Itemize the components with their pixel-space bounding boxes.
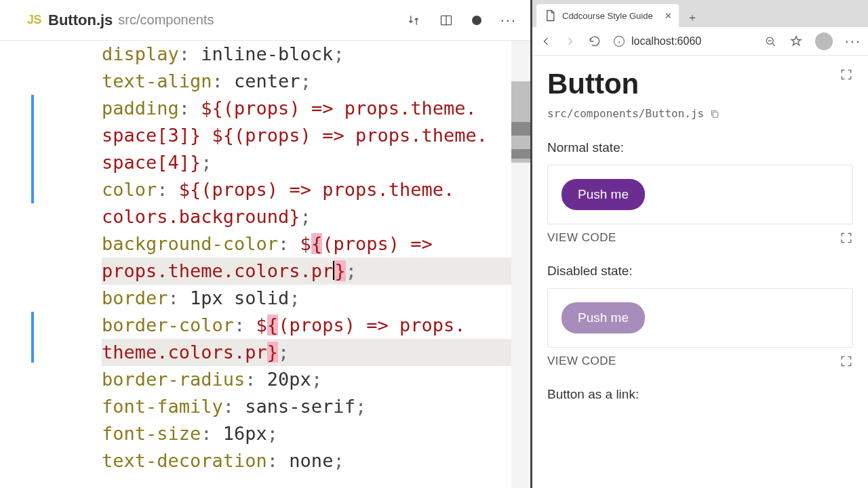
page-content: Button src/components/Button.js Normal s… (532, 56, 868, 488)
view-code-row: VIEW CODE (547, 231, 853, 245)
address-bar[interactable]: localhost:6060 (612, 35, 701, 48)
tab-title: Cddcourse Style Guide (562, 11, 653, 21)
site-info-icon[interactable] (612, 35, 626, 48)
unsaved-indicator-icon (472, 16, 481, 25)
open-file-path: src/components (118, 12, 214, 28)
url-text: localhost:6060 (631, 35, 701, 47)
editor-titlebar: JS Button.js src/components ··· (0, 0, 530, 41)
compare-changes-icon[interactable] (407, 14, 420, 27)
section-label: Button as a link: (547, 387, 853, 402)
minimap-thumb[interactable] (511, 122, 530, 136)
code-line[interactable]: border-radius: 20px; (102, 366, 517, 393)
code-line[interactable]: text-decoration: none; (102, 447, 517, 474)
code-line[interactable]: space[4]}; (102, 149, 517, 176)
code-line[interactable]: text-align: center; (102, 68, 517, 95)
example-box: Push me (547, 288, 853, 348)
code-line[interactable]: space[3]} ${(props) => props.theme. (102, 122, 517, 149)
more-actions-icon[interactable]: ··· (500, 12, 517, 29)
code-line[interactable]: border-color: ${(props) => props. (102, 312, 517, 339)
browser-menu-icon[interactable]: ··· (845, 33, 861, 50)
zoom-icon[interactable] (764, 35, 777, 48)
code-line[interactable]: font-family: sans-serif; (102, 393, 517, 420)
editor-body[interactable]: display: inline-block;text-align: center… (0, 41, 530, 488)
view-code-button[interactable]: VIEW CODE (547, 231, 616, 245)
section-label: Disabled state: (547, 264, 853, 279)
profile-avatar-icon[interactable] (815, 33, 833, 50)
split-editor-icon[interactable] (439, 14, 453, 27)
svg-rect-8 (713, 112, 718, 117)
example-button-primary[interactable]: Push me (561, 179, 645, 210)
new-tab-button[interactable]: ＋ (683, 8, 702, 27)
minimap[interactable] (511, 41, 530, 488)
fullscreen-icon[interactable] (840, 68, 853, 81)
page-title: Button (547, 68, 853, 100)
code-line[interactable]: border: 1px solid; (102, 285, 517, 312)
component-path: src/components/Button.js (547, 107, 853, 120)
code-line[interactable]: colors.background}; (102, 203, 517, 230)
browser-tabstrip: Cddcourse Style Guide ✕ ＋ (532, 0, 868, 27)
code-area[interactable]: display: inline-block;text-align: center… (61, 41, 530, 488)
example-button-disabled[interactable]: Push me (561, 302, 645, 333)
view-code-button[interactable]: VIEW CODE (547, 354, 616, 368)
svg-line-6 (772, 43, 774, 45)
example-box: Push me (547, 165, 853, 224)
section-label: Normal state: (547, 140, 853, 155)
browser-toolbar: localhost:6060 ··· (532, 27, 868, 56)
change-bar (31, 312, 34, 363)
code-line[interactable]: font-size: 16px; (102, 420, 517, 447)
code-editor-pane: JS Button.js src/components ··· display:… (0, 0, 532, 488)
open-file-name[interactable]: Button.js (48, 12, 113, 29)
back-icon[interactable] (539, 35, 553, 48)
forward-icon[interactable] (564, 35, 577, 48)
change-bar (31, 95, 34, 203)
code-line[interactable]: display: inline-block; (102, 41, 517, 68)
code-line[interactable]: background-color: ${(props) => (102, 230, 517, 258)
minimap-thumb[interactable] (511, 149, 530, 159)
js-file-icon: JS (27, 13, 41, 27)
code-line[interactable]: color: ${(props) => props.theme. (102, 176, 517, 203)
refresh-icon[interactable] (588, 35, 601, 48)
close-tab-icon[interactable]: ✕ (665, 11, 672, 21)
editor-gutter (0, 41, 61, 488)
fullscreen-icon[interactable] (840, 231, 853, 245)
component-path-text: src/components/Button.js (547, 107, 704, 120)
code-line[interactable]: padding: ${(props) => props.theme. (102, 95, 517, 122)
favorite-icon[interactable] (789, 35, 803, 48)
page-icon (543, 9, 557, 22)
browser-pane: Cddcourse Style Guide ✕ ＋ localhost:6060… (532, 0, 868, 488)
fullscreen-icon[interactable] (840, 354, 853, 368)
copy-path-icon[interactable] (709, 108, 720, 119)
code-line[interactable]: theme.colors.pr}; (102, 339, 517, 366)
code-line[interactable]: props.theme.colors.pr}; (102, 258, 517, 285)
browser-tab[interactable]: Cddcourse Style Guide ✕ (536, 4, 679, 27)
view-code-row: VIEW CODE (547, 354, 853, 368)
